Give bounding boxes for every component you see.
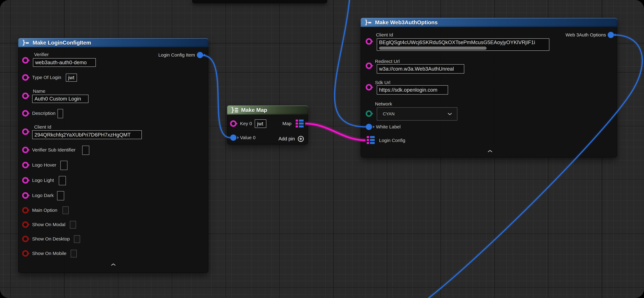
checkbox-main-option[interactable]	[62, 206, 69, 214]
pin-logo-light[interactable]	[22, 177, 29, 184]
wire-map-output-to-login-config[interactable]	[305, 124, 366, 140]
collapse-node-button[interactable]	[487, 150, 493, 153]
label-network: Network	[375, 101, 392, 106]
wire-map-output-to-login-config[interactable]	[305, 124, 366, 140]
field-sdk-url-value: https://sdk.openlogin.com	[379, 87, 437, 93]
pin-show-on-desktop[interactable]	[22, 236, 29, 242]
label-logo-light: Logo Light	[32, 178, 54, 183]
output-pin-label: Map	[282, 121, 292, 126]
label-key-0: Key 0	[240, 121, 252, 126]
checkbox-show-on-modal[interactable]	[70, 221, 76, 229]
field-horizontal-scrollbar[interactable]	[379, 46, 486, 50]
field-type-of-login[interactable]: jwt	[66, 74, 77, 82]
field-client-id-value: BEglQSgt4cUWcj6SKRdu5QkOXTsePmMcusG5EAoy…	[379, 40, 535, 45]
add-pin-button[interactable]: Add pin	[278, 136, 304, 142]
output-pin-web3auth-options[interactable]	[608, 32, 614, 38]
output-pin-label: Login Config Item	[158, 52, 195, 58]
pin-verifier-sub-identifier[interactable]	[22, 147, 29, 153]
node-title: Make LoginConfigItem	[32, 40, 91, 46]
node-header[interactable]: } Make LoginConfigItem	[18, 38, 208, 47]
label-show-on-mobile: Show On Mobile	[32, 251, 66, 256]
pin-white-label[interactable]	[366, 124, 372, 130]
pin-sdk-url[interactable]	[366, 84, 372, 90]
field-logo-dark[interactable]	[57, 191, 64, 200]
field-name-value: Auth0 Custom Login	[34, 96, 81, 102]
pin-show-on-modal[interactable]	[22, 221, 29, 228]
make-map-icon: }	[231, 107, 239, 113]
label-verifier: Verifier	[34, 52, 49, 57]
svg-text:}: }	[231, 107, 234, 113]
pin-logo-dark[interactable]	[22, 192, 29, 199]
field-redirect-url-value: w3a://com.w3a.Web3AuthUnreal	[379, 66, 454, 72]
svg-text:}: }	[22, 40, 26, 46]
field-key-0[interactable]: jwt	[255, 120, 266, 128]
svg-text:}: }	[364, 20, 368, 25]
pin-show-on-mobile[interactable]	[22, 250, 29, 257]
node-title: Make Web3AuthOptions	[375, 19, 438, 26]
make-struct-icon: }	[22, 40, 30, 46]
label-main-option: Main Option	[32, 208, 57, 213]
pin-redirect-url[interactable]	[366, 62, 372, 69]
label-logo-hover: Logo Hover	[32, 162, 56, 168]
label-login-config: Login Config	[379, 138, 405, 143]
blueprint-graph-canvas[interactable]: } Make LoginConfigItem Login Config Item…	[0, 0, 644, 298]
chevron-down-icon	[447, 112, 452, 115]
field-verifier-sub-identifier[interactable]	[82, 146, 89, 155]
field-client-id[interactable]: BEglQSgt4cUWcj6SKRdu5QkOXTsePmMcusG5EAoy…	[377, 38, 550, 51]
make-struct-icon: }	[364, 20, 372, 25]
pin-verifier[interactable]	[22, 57, 29, 64]
pin-key-0[interactable]	[230, 120, 236, 127]
pin-client-id[interactable]	[366, 38, 372, 45]
collapse-node-button[interactable]	[110, 263, 116, 266]
node-header[interactable]: } Make Map	[227, 106, 308, 114]
label-name: Name	[33, 88, 45, 94]
pin-logo-hover[interactable]	[22, 162, 29, 168]
chevron-up-icon	[487, 150, 493, 153]
pin-network[interactable]	[366, 110, 372, 117]
label-type-of-login: Type Of Login	[32, 75, 61, 80]
node-make-web3auth-options[interactable]: } Make Web3AuthOptions Web 3Auth Options…	[361, 18, 617, 158]
field-logo-light[interactable]	[59, 176, 66, 185]
pin-name[interactable]	[22, 92, 29, 99]
node-header[interactable]: } Make Web3AuthOptions	[361, 18, 617, 27]
field-description[interactable]	[58, 109, 63, 118]
pin-value-0[interactable]	[230, 134, 236, 141]
node-make-map[interactable]: } Make Map Key 0 jwt Map Value 0 Add pin	[227, 106, 308, 144]
field-name[interactable]: Auth0 Custom Login	[32, 94, 88, 103]
pin-description[interactable]	[22, 110, 29, 116]
output-pin-login-config-item[interactable]	[197, 52, 203, 58]
checkbox-show-on-mobile[interactable]	[70, 250, 77, 258]
field-verifier-value: web3auth-auth0-demo	[35, 60, 87, 66]
label-client-id: Client Id	[34, 124, 51, 130]
pin-type-of-login[interactable]	[22, 74, 29, 81]
checkbox-show-on-desktop[interactable]	[74, 235, 80, 243]
field-verifier[interactable]: web3auth-auth0-demo	[33, 58, 96, 67]
output-pin-label: Web 3Auth Options	[566, 32, 606, 38]
label-redirect-url: Redirect Url	[375, 59, 400, 64]
label-value-0: Value 0	[240, 135, 256, 140]
label-client-id: Client Id	[376, 32, 393, 38]
pin-login-config[interactable]	[367, 136, 375, 144]
node-make-login-config-item[interactable]: } Make LoginConfigItem Login Config Item…	[18, 38, 208, 273]
add-pin-label: Add pin	[278, 136, 295, 142]
pin-main-option[interactable]	[22, 207, 29, 214]
field-redirect-url[interactable]: w3a://com.w3a.Web3AuthUnreal	[377, 64, 464, 74]
field-type-of-login-value: jwt	[68, 75, 74, 80]
pin-client-id[interactable]	[22, 128, 29, 135]
label-logo-dark: Logo Dark	[32, 193, 54, 198]
output-pin-map[interactable]	[296, 120, 304, 128]
label-show-on-desktop: Show On Desktop	[32, 236, 70, 242]
field-client-id[interactable]: 294QRkchfq2YaXUbPri7D6PH7xzHgQMT	[32, 130, 142, 139]
offscreen-node-bottom-edge[interactable]	[192, 0, 327, 4]
field-sdk-url[interactable]: https://sdk.openlogin.com	[377, 85, 448, 94]
label-verifier-sub-identifier: Verifier Sub Identifier	[32, 147, 76, 152]
label-white-label: White Label	[376, 124, 400, 130]
label-description: Description	[32, 111, 56, 116]
label-sdk-url: Sdk Url	[375, 80, 390, 85]
chevron-up-icon	[110, 263, 116, 266]
network-dropdown-value: CYAN	[383, 112, 395, 116]
field-logo-hover[interactable]	[60, 161, 68, 170]
network-dropdown[interactable]: CYAN	[377, 107, 458, 121]
field-key-0-value: jwt	[257, 121, 263, 127]
add-pin-plus-icon	[297, 136, 304, 142]
